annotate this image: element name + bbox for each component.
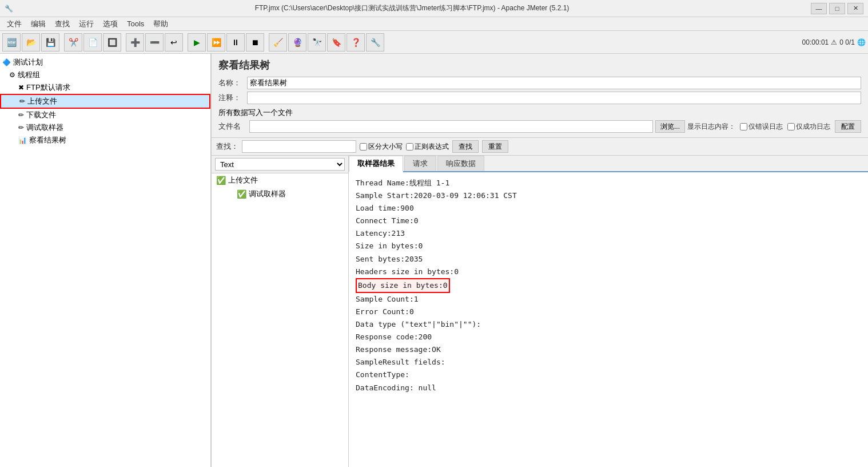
cut-button[interactable]: ✂️ [64,33,82,52]
expand-button[interactable]: ➕ [126,33,144,52]
name-row: 名称： [218,77,861,89]
menu-item-查找[interactable]: 查找 [50,18,74,30]
menu-item-Tools[interactable]: Tools [122,18,149,29]
globe-icon: 🌐 [857,38,866,46]
maximize-button[interactable]: □ [829,3,845,14]
clear-button[interactable]: 🧹 [269,33,287,52]
warning-icon: ⚠ [831,38,837,46]
tree-item-label: 察看结果树 [29,135,66,145]
help-button[interactable]: ❓ [347,33,365,52]
tree-item-icon: 🔷 [2,58,11,66]
comment-input[interactable] [247,92,861,104]
tab-response-data[interactable]: 响应数据 [437,156,484,171]
search-label: 查找： [216,141,238,152]
tree-item-icon: ⚙ [9,71,15,79]
copy-button[interactable]: 📄 [83,33,102,52]
run-all-button[interactable]: ⏩ [207,33,225,52]
pause-button[interactable]: ⏸ [226,33,245,52]
search-input[interactable] [242,140,356,153]
view-mode-dropdown[interactable]: Text [215,158,345,171]
stop-button[interactable]: ⏹ [246,33,264,52]
sidebar: 🔷测试计划⚙线程组✖FTP默认请求✏上传文件✏下载文件✏调试取样器📊察看结果树 [0,54,212,467]
collapse-button[interactable]: ➖ [145,33,164,52]
result-check-icon: ✅ [237,189,246,199]
open-button[interactable]: 📂 [22,33,40,52]
highlighted-detail-line: Body size in bytes:0 [356,278,450,293]
result-tree-header: Text [212,156,348,173]
detail-line: ContentType: [356,369,861,381]
panel-header: 察看结果树 名称： 注释： 所有数据写入一个文件 文件名 浏览... 显示日志内… [212,54,868,138]
display-log-row: 显示日志内容： 仅错误日志 仅成功日志 配置 [687,120,861,133]
config-button[interactable]: 配置 [835,120,861,133]
detail-content: Thread Name:线程组 1-1Sample Start:2020-03-… [349,172,868,467]
function-button[interactable]: 🔮 [288,33,306,52]
detail-line: Error Count:0 [356,306,861,318]
write-label: 所有数据写入一个文件 [218,108,293,118]
save-button[interactable]: 💾 [41,33,59,52]
new-button[interactable]: 🆕 [2,33,21,52]
results-area: Text ✅上传文件✅调试取样器 取样器结果请求响应数据 Thread Name… [212,156,868,467]
find-button[interactable]: 查找 [452,140,479,153]
success-log-checkbox-label[interactable]: 仅成功日志 [787,122,830,132]
detail-line: SampleResult fields: [356,356,861,369]
file-row: 文件名 浏览... 显示日志内容： 仅错误日志 仅成功日志 配置 [218,120,861,133]
result-tree-item-1[interactable]: ✅调试取样器 [212,187,348,201]
regex-checkbox-label[interactable]: 正则表达式 [406,142,449,152]
detail-line: Sample Start:2020-03-09 12:06:31 CST [356,189,861,202]
menu-item-编辑[interactable]: 编辑 [26,18,50,30]
file-input[interactable] [249,120,653,133]
detail-line: Sent bytes:2035 [356,253,861,266]
menu-item-选项[interactable]: 选项 [98,18,122,30]
case-checkbox-label[interactable]: 区分大小写 [360,142,403,152]
tab-sampler-result[interactable]: 取样器结果 [349,156,403,172]
tree-item-label: 上传文件 [27,96,57,106]
content-panel: 察看结果树 名称： 注释： 所有数据写入一个文件 文件名 浏览... 显示日志内… [212,54,868,467]
options-button[interactable]: 🔧 [366,33,384,52]
tabs-bar: 取样器结果请求响应数据 [349,156,868,172]
tree-item-label: 下载文件 [26,110,56,120]
result-tree-item-0[interactable]: ✅上传文件 [212,173,348,187]
success-log-checkbox[interactable] [787,123,795,130]
detail-line: Latency:213 [356,227,861,240]
titlebar: 🔧 FTP.jmx (C:\Users\acer\Desktop\接口测试实战训… [0,0,868,17]
tree-item-label: FTP默认请求 [26,82,70,93]
menu-item-文件[interactable]: 文件 [2,18,26,30]
panel-title: 察看结果树 [218,58,861,72]
run-button[interactable]: ▶ [188,33,206,52]
remote-button[interactable]: 🔖 [327,33,345,52]
sidebar-item-test-plan[interactable]: 🔷测试计划 [0,56,210,69]
file-label: 文件名 [218,121,247,132]
menu-item-运行[interactable]: 运行 [74,18,98,30]
reset-button[interactable]: 重置 [482,140,508,153]
error-log-checkbox[interactable] [740,123,747,130]
detail-line: Size in bytes:0 [356,240,861,252]
undo-button[interactable]: ↩ [165,33,183,52]
menu-item-帮助[interactable]: 帮助 [149,18,173,30]
detail-line: Response code:200 [356,331,861,343]
close-button[interactable]: ✕ [847,3,863,14]
regex-checkbox[interactable] [406,143,413,151]
search-tool-button[interactable]: 🔭 [308,33,326,52]
detail-line: Response message:OK [356,343,861,356]
paste-button[interactable]: 🔲 [103,33,121,52]
timer-display: 00:00:01 [802,38,829,46]
app-icon: 🔧 [5,5,13,13]
display-log-label: 显示日志内容： [687,122,735,132]
sidebar-item-thread-group[interactable]: ⚙线程组 [0,69,210,81]
detail-line: Thread Name:线程组 1-1 [356,177,861,189]
sidebar-item-debug-sampler[interactable]: ✏调试取样器 [0,121,210,134]
search-bar: 查找： 区分大小写 正则表达式 查找 重置 [212,138,868,156]
comment-row: 注释： [218,92,861,104]
name-label: 名称： [218,78,247,88]
error-log-checkbox-label[interactable]: 仅错误日志 [740,122,783,132]
sidebar-item-download-file[interactable]: ✏下载文件 [0,109,210,121]
minimize-button[interactable]: — [811,3,827,14]
tab-request[interactable]: 请求 [404,156,436,171]
sidebar-item-ftp-request[interactable]: ✖FTP默认请求 [0,81,210,94]
case-checkbox[interactable] [360,143,367,151]
name-input[interactable] [247,77,861,89]
sidebar-item-upload-file[interactable]: ✏上传文件 [0,94,210,109]
toolbar: 🆕 📂 💾 ✂️ 📄 🔲 ➕ ➖ ↩ ▶ ⏩ ⏸ ⏹ 🧹 🔮 🔭 🔖 ❓ 🔧 0… [0,31,868,54]
browse-button[interactable]: 浏览... [655,120,685,133]
sidebar-item-view-results-tree[interactable]: 📊察看结果树 [0,134,210,147]
